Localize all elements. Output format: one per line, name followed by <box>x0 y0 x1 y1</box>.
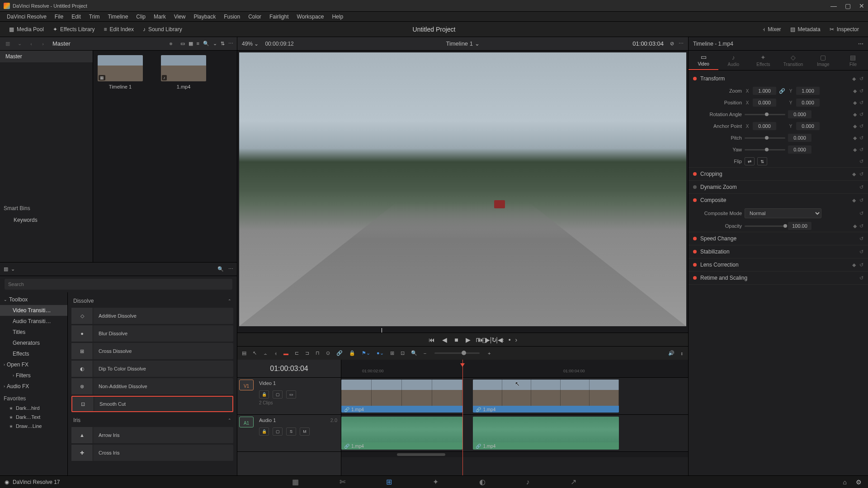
effect-smooth-cut[interactable]: ⊡Smooth Cut <box>71 396 233 412</box>
tab-transition[interactable]: ◇Transition <box>778 51 808 70</box>
more-icon[interactable]: ⋯ <box>858 41 863 47</box>
reset-icon[interactable]: ↺ <box>859 275 863 281</box>
menu-item[interactable]: Fairlight <box>265 14 293 20</box>
zoom-out-button[interactable]: − <box>424 351 426 356</box>
keyframe-icon[interactable]: ◆ <box>852 262 856 268</box>
menu-item[interactable]: Workspace <box>293 14 328 20</box>
zoom-detail-icon[interactable]: ⊡ <box>401 350 405 356</box>
keyframe-icon[interactable]: ◆ <box>853 88 857 94</box>
tree-toolbox[interactable]: ⌄Toolbox <box>0 294 67 305</box>
cut-page-button[interactable]: ✄ <box>340 478 345 486</box>
mute-button[interactable]: M <box>300 427 310 436</box>
insert-clip-icon[interactable]: ⊏ <box>295 350 299 356</box>
tab-file[interactable]: ▤File <box>838 51 868 70</box>
section-retime-scaling[interactable]: Retime and Scaling↺ <box>689 272 868 284</box>
snapping-icon[interactable]: ⊙ <box>326 350 330 356</box>
dim-icon[interactable]: ⫾ <box>681 351 684 356</box>
bin-master[interactable]: Master <box>0 51 93 62</box>
blade-tool-icon[interactable]: ▬ <box>283 351 288 356</box>
metadata-toggle[interactable]: ▤ Metadata <box>786 24 825 34</box>
lock-track-button[interactable]: 🔒 <box>259 390 269 399</box>
audio-track-lane[interactable]: 🔗1.mp4 🔗1.mp4 <box>341 415 688 452</box>
nav-back-button[interactable]: ‹ <box>27 40 35 48</box>
group-iris[interactable]: Iris⌃ <box>71 413 233 427</box>
position-lock-icon[interactable]: 🔒 <box>349 350 355 356</box>
reset-icon[interactable]: ↺ <box>859 88 863 94</box>
media-clip[interactable]: ♪ 1.mp4 <box>161 55 206 89</box>
keyframe-icon[interactable]: ◆ <box>853 123 857 129</box>
stop-button[interactable]: ■ <box>454 336 458 343</box>
smart-bins-header[interactable]: Smart Bins <box>0 202 93 214</box>
match-frame-icon[interactable]: • <box>509 336 511 343</box>
menu-item[interactable]: View <box>170 14 190 20</box>
chevron-down-icon[interactable]: ⌄ <box>15 40 24 48</box>
linked-selection-icon[interactable]: 🔗 <box>336 350 343 356</box>
timeline-timecode[interactable]: 01:00:03:04 <box>237 360 341 378</box>
reset-icon[interactable]: ↺ <box>859 223 863 229</box>
disable-video-button[interactable]: ▭ <box>286 390 296 399</box>
pos-y-value[interactable]: 0.000 <box>796 99 820 107</box>
rotation-value[interactable]: 0.000 <box>788 110 811 118</box>
media-pool-toggle[interactable]: ▦ Media Pool <box>5 24 48 34</box>
yaw-slider[interactable] <box>745 149 785 150</box>
lock-track-button[interactable]: 🔒 <box>259 427 269 436</box>
marker-icon[interactable]: ●⌄ <box>377 350 384 356</box>
menu-item[interactable]: Help <box>328 14 347 20</box>
tree-titles[interactable]: Titles <box>0 327 67 338</box>
keyframe-icon[interactable]: ◆ <box>852 76 856 82</box>
play-reverse-button[interactable]: ◀ <box>442 336 447 343</box>
minimize-button[interactable]: — <box>830 2 837 9</box>
anchor-y-value[interactable]: 0.000 <box>796 122 820 130</box>
menu-item[interactable]: Edit <box>67 14 85 20</box>
effect-non-additive-dissolve[interactable]: ⊗Non-Additive Dissolve <box>71 378 233 394</box>
effect-cross-iris[interactable]: ✚Cross Iris <box>71 445 233 461</box>
reset-icon[interactable]: ↺ <box>859 76 863 82</box>
section-speed-change[interactable]: Speed Change↺ <box>689 232 868 245</box>
reset-icon[interactable]: ↺ <box>859 159 863 164</box>
effect-dip-to-color[interactable]: ◐Dip To Color Dissolve <box>71 361 233 377</box>
auto-select-button[interactable]: ▢ <box>273 390 283 399</box>
menu-item[interactable]: File <box>51 14 67 20</box>
menu-item[interactable]: Playback <box>189 14 220 20</box>
menu-item[interactable]: Timeline <box>104 14 132 20</box>
timeline-view-options-icon[interactable]: ▤ <box>242 350 246 356</box>
menu-item[interactable]: Trim <box>85 14 104 20</box>
pos-x-value[interactable]: 0.000 <box>753 99 776 107</box>
viewer-timeline-name[interactable]: Timeline 1 ⌄ <box>446 40 479 47</box>
track-badge-a1[interactable]: A1 <box>239 417 254 427</box>
section-transform[interactable]: Transform◆↺ <box>689 72 868 85</box>
mixer-toggle[interactable]: ⫞ Mixer <box>758 24 785 34</box>
link-icon[interactable]: 🔗 <box>779 88 785 94</box>
menu-item[interactable]: Color <box>244 14 265 20</box>
tree-audio-transitions[interactable]: Audio Transiti… <box>0 316 67 327</box>
viewer-scrubber[interactable] <box>237 328 688 333</box>
reset-icon[interactable]: ↺ <box>859 211 863 216</box>
more-icon[interactable]: ⋯ <box>228 41 233 47</box>
anchor-x-value[interactable]: 0.000 <box>753 122 776 130</box>
group-dissolve[interactable]: Dissolve⌃ <box>71 294 233 308</box>
tab-audio[interactable]: ♪Audio <box>718 51 748 70</box>
section-dynamic-zoom[interactable]: Dynamic Zoom↺ <box>689 181 868 193</box>
reset-icon[interactable]: ↺ <box>859 123 863 129</box>
keyframe-icon[interactable]: ◆ <box>853 100 857 106</box>
media-page-button[interactable]: ▦ <box>292 478 299 486</box>
zoom-full-icon[interactable]: ⊞ <box>390 350 394 356</box>
layout-icon[interactable]: ▥ <box>4 40 12 48</box>
tree-openfx[interactable]: ›Open FX <box>0 359 67 370</box>
zoom-y-value[interactable]: 1.000 <box>796 87 820 95</box>
effect-arrow-iris[interactable]: ▲Arrow Iris <box>71 427 233 443</box>
flip-h-button[interactable]: ⇄ <box>745 157 755 165</box>
color-page-button[interactable]: ◐ <box>479 478 486 486</box>
auto-select-button[interactable]: ▢ <box>273 427 283 436</box>
prev-clip-button[interactable]: |◀ <box>496 336 503 343</box>
section-composite[interactable]: Composite◆↺ <box>689 194 868 206</box>
effects-search-input[interactable] <box>5 279 232 290</box>
edit-page-button[interactable]: ⊞ <box>386 478 392 486</box>
menu-item[interactable]: Mark <box>150 14 170 20</box>
viewer-canvas[interactable] <box>239 52 686 326</box>
reset-icon[interactable]: ↺ <box>859 249 863 255</box>
section-lens-correction[interactable]: Lens Correction◆↺ <box>689 258 868 271</box>
menu-item[interactable]: Fusion <box>220 14 244 20</box>
layout-icon[interactable]: ▥ <box>4 266 8 272</box>
next-clip-button[interactable]: ▶| <box>485 336 492 343</box>
